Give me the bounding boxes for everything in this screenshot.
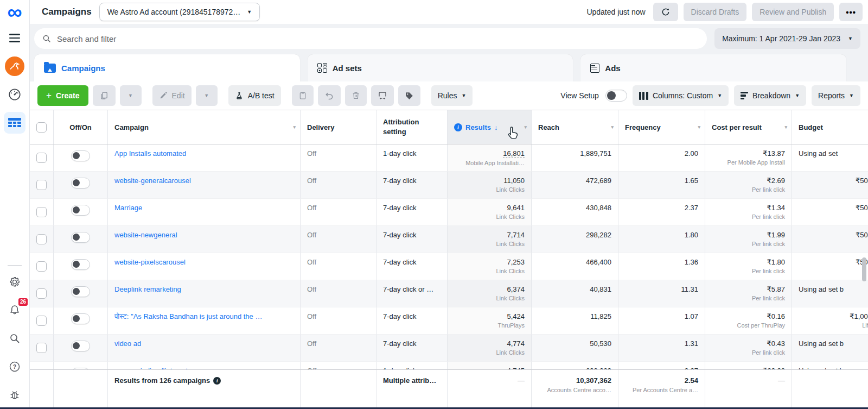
col-frequency[interactable]: Frequency▾	[618, 110, 705, 144]
tab-ad-sets[interactable]: Ad sets	[308, 54, 573, 81]
col-results[interactable]: i Results ↓ ▾	[448, 110, 532, 144]
breakdown-button[interactable]: Breakdown ▼	[734, 85, 806, 106]
search-input[interactable]	[57, 34, 699, 43]
ads-manager-app: ∞ 26 ?	[0, 0, 868, 409]
campaign-toggle[interactable]	[71, 205, 90, 216]
tab-campaigns[interactable]: Campaigns	[34, 54, 300, 81]
row-checkbox[interactable]	[36, 316, 47, 326]
help-icon[interactable]: ?	[4, 356, 25, 377]
reports-label: Reports	[818, 91, 845, 100]
meta-logo-icon[interactable]: ∞	[7, 0, 22, 26]
campaign-toggle[interactable]	[71, 259, 90, 270]
menu-icon[interactable]	[9, 26, 20, 52]
campaign-name-link[interactable]: app-panindia-allinterests	[114, 367, 192, 369]
info-icon[interactable]: i	[213, 377, 221, 385]
budget-cell: Using ad set b	[792, 335, 868, 362]
campaign-toggle[interactable]	[71, 341, 90, 351]
breakdown-icon	[741, 92, 748, 100]
campaigns-nav-icon[interactable]	[4, 112, 25, 134]
horse-icon	[8, 60, 21, 73]
summary-results: —	[448, 370, 532, 409]
table-row: Deeplink remarketing Off 7-day click or …	[30, 280, 868, 307]
duplicate-button[interactable]	[93, 85, 116, 106]
review-publish-button[interactable]: Review and Publish	[752, 3, 834, 21]
account-avatar[interactable]	[4, 55, 25, 77]
discard-drafts-button[interactable]: Discard Drafts	[684, 3, 747, 21]
col-attribution[interactable]: Attribution setting	[376, 110, 448, 144]
columns-button[interactable]: Columns: Custom ▼	[633, 85, 729, 106]
budget-cell: ₹500	[792, 172, 868, 199]
delete-button[interactable]	[345, 85, 367, 106]
sidebar-divider	[8, 265, 22, 266]
paste-button[interactable]	[292, 85, 314, 106]
campaign-toggle[interactable]	[71, 150, 90, 161]
campaign-name-link[interactable]: App Installs automated	[114, 149, 186, 158]
chevron-down-icon: ▾	[293, 124, 296, 130]
report-bug-icon[interactable]	[4, 384, 25, 406]
tag-button[interactable]	[398, 85, 420, 106]
info-icon[interactable]: i	[454, 123, 462, 131]
campaign-name-link[interactable]: website-pixelscarousel	[114, 258, 186, 266]
col-budget[interactable]: Budget	[792, 110, 868, 144]
row-checkbox[interactable]	[36, 343, 47, 353]
col-reach[interactable]: Reach▾	[532, 110, 618, 144]
account-overview-icon[interactable]	[4, 84, 25, 105]
col-delivery[interactable]: Delivery	[301, 110, 376, 144]
tab-ads[interactable]: Ads	[580, 54, 846, 81]
ab-test-button[interactable]: A/B test	[228, 85, 281, 106]
row-checkbox[interactable]	[36, 288, 47, 299]
col-campaign[interactable]: Campaign▾	[108, 110, 301, 144]
campaign-name-link[interactable]: video ad	[114, 339, 141, 348]
edit-dropdown-button[interactable]: ▼	[196, 85, 218, 106]
col-cost[interactable]: Cost per result▾	[705, 110, 792, 144]
date-range-selector[interactable]: Maximum: 1 Apr 2021-29 Jan 2023 ▼	[714, 28, 860, 49]
attribution-cell: 7-day click	[376, 253, 448, 280]
main-area: Campaigns We Astro Ad account (291845178…	[30, 0, 868, 409]
create-button[interactable]: + Create	[37, 85, 88, 106]
select-all-checkbox[interactable]	[36, 122, 47, 133]
search-bar[interactable]	[34, 28, 707, 49]
attribution-cell: 7-day click	[376, 199, 448, 226]
search-nav-icon[interactable]	[4, 328, 25, 349]
duplicate-dropdown-button[interactable]: ▼	[120, 85, 142, 106]
page-title: Campaigns	[42, 7, 92, 17]
results-cell: 9,641Link Clicks	[448, 199, 532, 226]
reach-cell: 298,282	[532, 226, 618, 253]
campaign-name-link[interactable]: पोस्ट: "As Raksha Bandhan is just around…	[114, 312, 262, 321]
delivery-cell: Off	[301, 144, 376, 172]
campaign-toggle[interactable]	[71, 286, 90, 297]
campaign-toggle[interactable]	[71, 232, 90, 243]
export-import-button[interactable]	[371, 85, 394, 106]
account-selector[interactable]: We Astro Ad account (291845178972… ▼	[99, 3, 260, 21]
rules-button[interactable]: Rules ▼	[431, 85, 473, 106]
campaign-name-link[interactable]: website-generalcarousel	[114, 177, 191, 185]
reports-button[interactable]: Reports ▼	[812, 85, 860, 106]
budget-cell: ₹1,000Life	[792, 307, 868, 335]
undo-button[interactable]	[318, 85, 341, 106]
row-checkbox[interactable]	[36, 180, 47, 190]
view-setup-toggle[interactable]	[605, 90, 627, 102]
refresh-button[interactable]	[653, 3, 678, 21]
settings-icon[interactable]	[4, 271, 25, 293]
row-checkbox[interactable]	[36, 207, 47, 217]
campaign-name-link[interactable]: Marriage	[114, 204, 142, 212]
campaign-toggle[interactable]	[71, 178, 90, 188]
budget-cell: Using ad set b	[792, 280, 868, 307]
question-icon: ?	[8, 360, 21, 373]
row-checkbox[interactable]	[36, 153, 47, 163]
edit-button[interactable]: Edit	[152, 85, 192, 106]
budget-cell: ₹500	[792, 199, 868, 226]
results-cell: 5,424ThruPlays	[448, 307, 532, 335]
row-checkbox[interactable]	[36, 234, 47, 244]
campaign-name-link[interactable]: Deeplink remarketing	[114, 285, 181, 293]
row-checkbox[interactable]	[36, 261, 47, 272]
delivery-cell: Off	[301, 335, 376, 362]
notifications-icon[interactable]: 26	[4, 299, 25, 321]
rules-label: Rules	[438, 91, 457, 100]
vertical-scrollbar[interactable]	[862, 257, 866, 281]
campaign-name-link[interactable]: website-newgeneral	[114, 231, 177, 239]
campaign-toggle[interactable]	[71, 368, 90, 370]
campaign-toggle[interactable]	[71, 313, 90, 324]
more-options-button[interactable]: •••	[839, 3, 863, 21]
frequency-cell: 11.31	[618, 280, 705, 307]
